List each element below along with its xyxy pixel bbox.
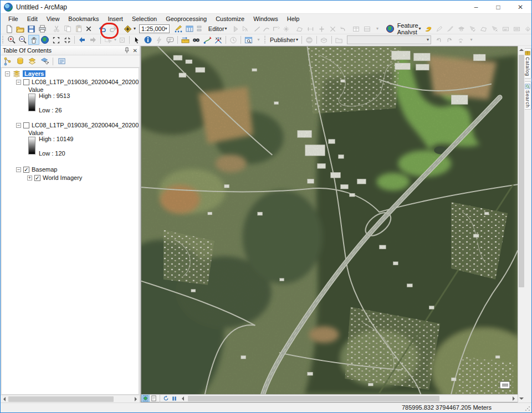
feature-analyst-globe-icon[interactable]	[385, 24, 396, 34]
cut-button[interactable]	[51, 24, 62, 34]
minimize-button[interactable]: –	[465, 1, 487, 13]
fa-diamond-down-button[interactable]	[523, 24, 532, 34]
layer-row-1[interactable]: − LC08_L1TP_019036_20200404_20200404_01_…	[2, 78, 139, 86]
split-tool-button[interactable]	[316, 24, 328, 34]
map-vertical-scrollbar[interactable]	[518, 46, 524, 402]
add-data-button[interactable]	[122, 24, 133, 34]
find-route-button[interactable]	[202, 35, 213, 45]
hyperlink-button[interactable]	[154, 35, 165, 45]
layer2-name[interactable]: LC08_L1TP_019036_20200404_20200404_01_RT…	[32, 122, 139, 128]
map-horizontal-scrollbar[interactable]	[187, 395, 509, 402]
layer2-checkbox[interactable]	[23, 122, 29, 128]
reshape-feature-button[interactable]	[294, 24, 305, 34]
menu-file[interactable]: File	[4, 14, 23, 23]
pan-tool-button[interactable]	[28, 35, 39, 45]
catalog-tab[interactable]: Catalog	[525, 48, 531, 79]
basemap-row[interactable]: − ✓ Basemap	[2, 166, 139, 173]
scale-combobox[interactable]: 1:25,000 ▾	[139, 24, 170, 33]
collapse-icon[interactable]: −	[5, 71, 10, 76]
menu-geoprocessing[interactable]: Geoprocessing	[161, 14, 211, 23]
toc-options-button[interactable]	[56, 56, 67, 66]
publisher-dropdown[interactable]: Publisher▾	[268, 37, 300, 43]
paste-button[interactable]	[73, 24, 84, 34]
toolbar-grip[interactable]	[2, 36, 4, 44]
map-scroll-right-arrow[interactable]	[509, 395, 518, 402]
fa-brush-button[interactable]	[445, 24, 456, 34]
pin-icon[interactable]	[124, 47, 130, 54]
fa-region2-button[interactable]	[511, 24, 523, 34]
basemap-checkbox[interactable]: ✓	[23, 167, 29, 173]
expand-icon[interactable]: +	[27, 175, 32, 180]
world-imagery-label[interactable]: World Imagery	[43, 174, 82, 181]
search-tab-label[interactable]: Search	[525, 90, 530, 108]
go-to-xy-button[interactable]	[213, 35, 224, 45]
clear-selection-button[interactable]	[116, 35, 127, 45]
map-view[interactable]	[141, 47, 518, 394]
scroll-left-arrow[interactable]	[1, 396, 8, 402]
full-extent-button[interactable]	[39, 35, 50, 45]
rotate-tool-button[interactable]	[328, 24, 339, 34]
list-by-selection-button[interactable]	[39, 56, 50, 66]
open-button[interactable]	[14, 24, 25, 34]
measure-button[interactable]	[180, 35, 191, 45]
toc-horizontal-scrollbar[interactable]	[1, 395, 140, 402]
pause-drawing-button[interactable]	[170, 395, 178, 402]
find-button[interactable]	[191, 35, 202, 45]
toolbar-overflow-button[interactable]	[195, 24, 204, 34]
toc-close-icon[interactable]: ✕	[133, 48, 137, 54]
sketch-properties-button[interactable]	[362, 24, 373, 34]
layer1-checkbox[interactable]	[23, 79, 29, 85]
toolbar-overflow-button[interactable]: ▾	[373, 24, 382, 34]
menu-view[interactable]: View	[42, 14, 64, 23]
publisher-next-button[interactable]	[444, 35, 456, 45]
fa-region-button[interactable]	[500, 24, 511, 34]
feature-analyst-dropdown[interactable]: Feature Analyst▾	[396, 22, 423, 35]
feature-analyst-swoosh-icon[interactable]	[423, 24, 434, 34]
cut-polygons-button[interactable]	[305, 24, 316, 34]
publisher-caret[interactable]: ▾	[296, 38, 298, 42]
publisher-package-button[interactable]	[319, 35, 330, 45]
search-tab[interactable]: Search	[525, 81, 531, 110]
layout-view-button[interactable]	[150, 395, 158, 402]
catalog-tab-label[interactable]: Catalog	[525, 57, 530, 76]
add-data-dropdown-caret[interactable]: ▾	[134, 27, 136, 31]
fa-cursor-x-button[interactable]	[489, 24, 500, 34]
go-back-extent-button[interactable]	[76, 35, 88, 45]
editor-dropdown[interactable]: Editor▾	[207, 25, 229, 32]
fa-pencil-button[interactable]	[434, 24, 445, 34]
copy-button[interactable]	[62, 24, 73, 34]
identify-button[interactable]	[142, 35, 154, 45]
zoom-in-button[interactable]	[6, 35, 17, 45]
menu-edit[interactable]: Edit	[23, 14, 42, 23]
fa-polygon-edit-button[interactable]	[478, 24, 489, 34]
time-slider-button[interactable]	[228, 35, 239, 45]
map-scroll-left-arrow[interactable]	[178, 395, 187, 402]
world-imagery-row[interactable]: + ✓ World Imagery	[2, 174, 139, 182]
scrollbar-thumb[interactable]	[519, 55, 524, 287]
maximize-button[interactable]: □	[487, 1, 509, 13]
layer1-name[interactable]: LC08_L1TP_019036_20200404_20200404_01_RT…	[32, 79, 139, 85]
fa-learning-button[interactable]	[456, 24, 467, 34]
html-popup-button[interactable]	[165, 35, 176, 45]
map-message-icon[interactable]	[500, 381, 510, 389]
collapse-icon[interactable]: −	[16, 167, 21, 172]
menu-customize[interactable]: Customize	[211, 14, 249, 23]
scrollbar-thumb[interactable]	[8, 396, 114, 402]
go-forward-extent-button[interactable]	[88, 35, 99, 45]
editor-caret[interactable]: ▾	[225, 27, 227, 31]
endpoint-arc-button[interactable]	[262, 24, 271, 34]
create-viewer-window-button[interactable]	[243, 35, 254, 45]
fixed-zoom-out-button[interactable]	[62, 35, 73, 45]
fa-select-check-button[interactable]	[467, 24, 478, 34]
basemap-label[interactable]: Basemap	[32, 166, 57, 173]
toolbar-overflow-button[interactable]: ▾	[467, 35, 475, 45]
list-by-visibility-button[interactable]	[27, 56, 38, 66]
fixed-zoom-in-button[interactable]	[50, 35, 62, 45]
publisher-prev-button[interactable]	[433, 35, 444, 45]
editor-toolbar-toggle-button[interactable]	[173, 24, 184, 34]
new-document-button[interactable]	[3, 24, 14, 34]
refresh-view-button[interactable]	[162, 395, 170, 402]
menu-selection[interactable]: Selection	[127, 14, 161, 23]
point-vertex-button[interactable]	[282, 24, 291, 34]
publisher-folder-button[interactable]	[334, 35, 345, 45]
